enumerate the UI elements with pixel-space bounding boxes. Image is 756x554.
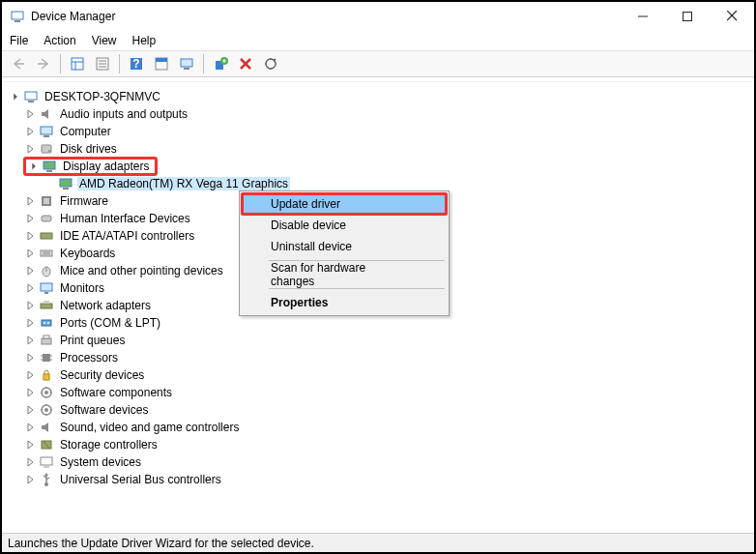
context-menu-item[interactable]: Update driver bbox=[241, 192, 448, 216]
tree-node-label[interactable]: Universal Serial Bus controllers bbox=[58, 473, 223, 486]
tree-node-label[interactable]: Processors bbox=[58, 351, 120, 364]
svg-point-49 bbox=[44, 322, 45, 324]
tree-node-label[interactable]: Firmware bbox=[58, 194, 110, 208]
context-menu-item[interactable]: Uninstall device bbox=[242, 236, 447, 257]
expand-icon[interactable] bbox=[8, 90, 21, 103]
monitor-icon bbox=[39, 280, 54, 296]
context-menu-item[interactable]: Properties bbox=[242, 292, 447, 313]
tree-node-label[interactable]: Keyboards bbox=[58, 247, 117, 260]
svg-rect-18 bbox=[184, 68, 189, 70]
tree-node-label[interactable]: Disk drives bbox=[58, 142, 119, 156]
tree-node-label[interactable]: Monitors bbox=[58, 281, 106, 295]
tree-node-label[interactable]: Human Interface Devices bbox=[58, 212, 192, 225]
expand-icon[interactable] bbox=[23, 194, 37, 208]
menu-help[interactable]: Help bbox=[132, 34, 157, 47]
context-menu-item[interactable]: Scan for hardware changes bbox=[242, 264, 447, 285]
context-menu-separator bbox=[269, 288, 445, 289]
expand-icon[interactable] bbox=[23, 125, 37, 138]
expand-icon[interactable] bbox=[43, 177, 56, 190]
system-icon bbox=[39, 454, 54, 470]
network-icon bbox=[39, 298, 54, 313]
svg-point-60 bbox=[44, 391, 48, 394]
tree-root-label[interactable]: DESKTOP-3QFNMVC bbox=[43, 90, 162, 103]
toolbar-update-driver-button[interactable] bbox=[210, 53, 231, 74]
toolbar-back-button[interactable] bbox=[8, 53, 29, 74]
tree-node-label[interactable]: Network adapters bbox=[58, 299, 153, 312]
svg-text:?: ? bbox=[132, 57, 139, 71]
tree-node-label[interactable]: Storage controllers bbox=[58, 438, 160, 452]
toolbar-help-button[interactable]: ? bbox=[126, 53, 147, 74]
expand-icon[interactable] bbox=[23, 212, 37, 225]
toolbar: ? bbox=[2, 50, 754, 77]
expand-icon[interactable] bbox=[23, 142, 37, 156]
toolbar-scan-button[interactable] bbox=[260, 53, 281, 74]
tree-node-label[interactable]: Software components bbox=[58, 386, 174, 399]
tree-node-label[interactable]: Display adapters bbox=[61, 160, 151, 173]
highlighted-node: Display adapters bbox=[23, 157, 158, 176]
tree-node-label[interactable]: Security devices bbox=[58, 368, 146, 382]
toolbar-remote-button[interactable] bbox=[176, 53, 197, 74]
tree-node-label[interactable]: System devices bbox=[58, 455, 143, 469]
svg-rect-25 bbox=[25, 92, 37, 100]
minimize-button[interactable] bbox=[621, 2, 665, 31]
expand-icon[interactable] bbox=[23, 351, 37, 364]
maximize-button[interactable] bbox=[665, 2, 710, 31]
context-menu: Update driverDisable deviceUninstall dev… bbox=[239, 190, 450, 316]
toolbar-properties-button[interactable] bbox=[92, 53, 113, 74]
app-icon bbox=[10, 9, 25, 24]
disk-icon bbox=[39, 141, 54, 157]
svg-rect-32 bbox=[46, 170, 52, 172]
expand-icon[interactable] bbox=[23, 264, 37, 277]
expand-icon[interactable] bbox=[23, 473, 37, 486]
mouse-icon bbox=[39, 263, 54, 278]
toolbar-uninstall-button[interactable] bbox=[235, 53, 256, 74]
svg-rect-46 bbox=[41, 304, 52, 308]
toolbar-separator bbox=[60, 54, 61, 73]
svg-rect-31 bbox=[44, 161, 55, 169]
security-icon bbox=[39, 367, 54, 383]
expand-icon[interactable] bbox=[23, 247, 37, 260]
svg-marker-68 bbox=[44, 473, 48, 476]
svg-rect-65 bbox=[44, 466, 49, 468]
cpu-icon bbox=[39, 350, 54, 365]
tree-node-label[interactable]: Print queues bbox=[58, 334, 127, 347]
tree-node-label[interactable]: Mice and other pointing devices bbox=[58, 264, 225, 277]
tree-node-label[interactable]: Computer bbox=[58, 125, 113, 138]
expand-icon[interactable] bbox=[23, 281, 37, 295]
tree-node-label[interactable]: Software devices bbox=[58, 403, 150, 417]
tree-node-label[interactable]: Sound, video and game controllers bbox=[58, 421, 241, 434]
software-icon bbox=[39, 385, 54, 400]
expand-icon[interactable] bbox=[23, 368, 37, 382]
expand-icon[interactable] bbox=[23, 229, 37, 243]
toolbar-forward-button[interactable] bbox=[33, 53, 54, 74]
tree-node-label[interactable]: Audio inputs and outputs bbox=[58, 107, 189, 121]
title-bar: Device Manager bbox=[2, 2, 754, 31]
svg-rect-37 bbox=[42, 216, 51, 221]
expand-icon[interactable] bbox=[23, 334, 37, 347]
menu-file[interactable]: File bbox=[10, 34, 28, 47]
menu-bar: File Action View Help bbox=[2, 31, 754, 50]
menu-action[interactable]: Action bbox=[44, 34, 75, 47]
expand-icon[interactable] bbox=[23, 107, 37, 121]
menu-view[interactable]: View bbox=[92, 34, 117, 47]
keyboard-icon bbox=[39, 246, 54, 261]
software-icon bbox=[39, 402, 54, 418]
expand-icon[interactable] bbox=[23, 386, 37, 399]
expand-icon[interactable] bbox=[23, 316, 37, 330]
expand-icon[interactable] bbox=[23, 455, 37, 469]
expand-icon[interactable] bbox=[26, 160, 40, 173]
firmware-icon bbox=[39, 193, 54, 209]
tree-node-label[interactable]: AMD Radeon(TM) RX Vega 11 Graphics bbox=[77, 177, 290, 190]
expand-icon[interactable] bbox=[23, 403, 37, 417]
expand-icon[interactable] bbox=[23, 421, 37, 434]
toolbar-options-button[interactable] bbox=[151, 53, 172, 74]
svg-rect-48 bbox=[42, 320, 51, 326]
tree-node-label[interactable]: Ports (COM & LPT) bbox=[58, 316, 162, 330]
expand-icon[interactable] bbox=[23, 438, 37, 452]
close-button[interactable] bbox=[710, 2, 754, 31]
status-bar: Launches the Update Driver Wizard for th… bbox=[2, 533, 754, 552]
tree-node-label[interactable]: IDE ATA/ATAPI controllers bbox=[58, 229, 196, 243]
context-menu-item[interactable]: Disable device bbox=[242, 215, 447, 236]
toolbar-show-button[interactable] bbox=[67, 53, 88, 74]
expand-icon[interactable] bbox=[23, 299, 37, 312]
